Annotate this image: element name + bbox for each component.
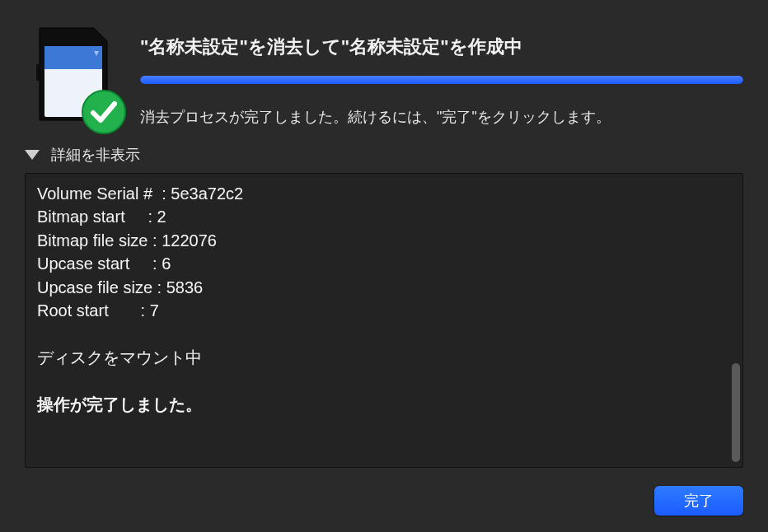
- log-line: [37, 322, 731, 345]
- details-disclosure[interactable]: 詳細を非表示: [25, 145, 743, 165]
- progress-bar: [140, 76, 743, 84]
- log-line: 操作が完了しました。: [37, 393, 731, 416]
- log-line: Upcase file size : 5836: [37, 276, 731, 299]
- log-line: Upcase start : 6: [37, 252, 731, 275]
- log-line: Root start : 7: [37, 299, 731, 322]
- log-line: ディスクをマウント中: [37, 346, 731, 369]
- svg-rect-2: [44, 46, 102, 69]
- log-line: [37, 369, 731, 392]
- log-line: Bitmap file size : 122076: [37, 229, 731, 252]
- log-output[interactable]: Volume Serial # : 5e3a72c2Bitmap start :…: [25, 173, 743, 468]
- sd-card-success-icon: [25, 25, 122, 130]
- progress-fill: [140, 76, 743, 84]
- svg-rect-0: [36, 64, 40, 81]
- scrollbar-thumb[interactable]: [732, 363, 740, 462]
- dialog-title: "名称未設定"を消去して"名称未設定"を作成中: [140, 35, 743, 59]
- done-button[interactable]: 完了: [654, 486, 743, 516]
- chevron-down-icon: [25, 150, 40, 160]
- status-text: 消去プロセスが完了しました。続けるには、"完了"をクリックします。: [140, 107, 743, 127]
- svg-point-3: [82, 91, 125, 133]
- log-line: Bitmap start : 2: [37, 205, 731, 228]
- log-line: Volume Serial # : 5e3a72c2: [37, 182, 731, 205]
- disclosure-label: 詳細を非表示: [51, 145, 140, 165]
